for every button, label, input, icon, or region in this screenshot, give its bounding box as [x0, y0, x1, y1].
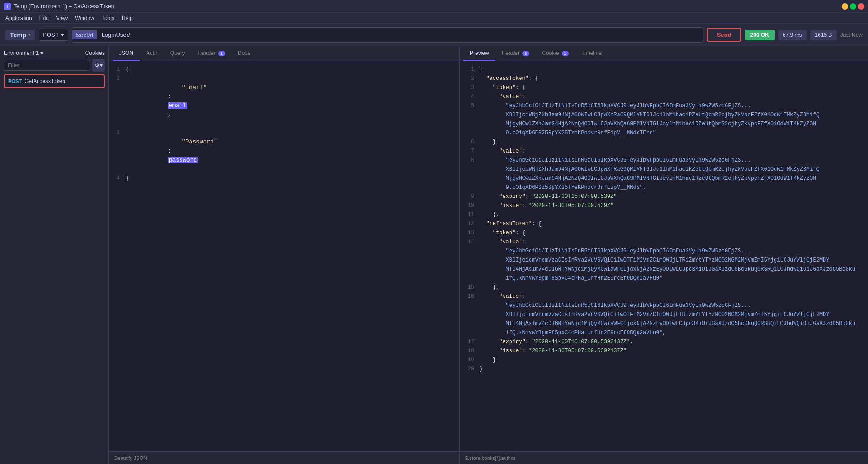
response-line-3: 3 "token": { — [463, 83, 864, 92]
response-line-14d: MTI4MjAsImV4cCI6MTYwNjc1MjQyMCwiaWF0Ijox… — [463, 265, 864, 274]
request-bottom-bar: Beautify JSON — [109, 451, 459, 464]
environment-label: Environment 1 — [4, 50, 39, 56]
response-line-17: 17 "expiry": "2020-11-30T16:07:00.539213… — [463, 337, 864, 346]
response-line-5c: MjgyMCwlZXhJam94NjA2NzQ4ODIwLCJpWXhQaG9P… — [463, 119, 864, 128]
menubar: Application Edit View Window Tools Help — [0, 13, 868, 24]
tab-header[interactable]: Header 1 — [191, 46, 231, 61]
settings-button[interactable]: ⚙ ▾ — [92, 59, 105, 72]
response-line-14e: ifQ.kNnvwY8gmF8SpxC4oPHa_UrfHr2E9rcEf0DQ… — [463, 274, 864, 283]
code-line-4: 4 } — [113, 174, 456, 183]
response-line-8c: MjgyMCwlZXhJam94NjA2NzQ4ODIwLCJpWXhQaG9P… — [463, 174, 864, 183]
response-panel: Preview Header 5 Cookie 1 Timeline 1 { 2… — [460, 46, 868, 464]
menu-window[interactable]: Window — [71, 14, 98, 22]
menu-help[interactable]: Help — [118, 14, 137, 22]
request-name: GetAccessToken — [25, 78, 65, 84]
sidebar-top-row: Environment 1 ▾ Cookies — [4, 50, 105, 56]
response-line-14c: XBlIjoicmVmcmVzaCIsInRva2VuVSWQiOiIwOTFi… — [463, 256, 864, 265]
request-tab-bar: JSON Auth Query Header 1 Docs — [109, 46, 459, 61]
request-editor[interactable]: 1 { 2 "Email" : email , 3 — [109, 61, 459, 451]
response-line-8: 8 "eyJhbGciOiJIUzI1NiIsInR5cCI6IkpXVCJ9.… — [463, 156, 864, 165]
sidebar: Environment 1 ▾ Cookies ⚙ ▾ POST GetAcce… — [0, 46, 109, 464]
code-line-2: 2 "Email" : email , — [113, 74, 456, 128]
maximize-button[interactable]: □ — [850, 3, 856, 10]
request-item-getaccesstoken[interactable]: POST GetAccessToken — [4, 74, 105, 88]
tab-timeline[interactable]: Timeline — [575, 46, 608, 61]
response-tab-bar: Preview Header 5 Cookie 1 Timeline — [460, 46, 868, 61]
response-line-1: 1 { — [463, 65, 864, 74]
url-input[interactable] — [97, 31, 703, 38]
request-method-badge: POST — [8, 79, 22, 84]
response-line-16: 16 "value": — [463, 292, 864, 301]
response-line-14b: "eyJhbGciOiJIUzI1NiIsInR5cCI6IkpXVCJ9.ey… — [463, 247, 864, 256]
response-line-8d: 9.cO1qXD6PSZ5SpYX25TYeKPndvr8rfEipV__MNd… — [463, 183, 864, 192]
menu-edit[interactable]: Edit — [36, 14, 53, 22]
response-line-6: 6 }, — [463, 138, 864, 147]
menu-tools[interactable]: Tools — [98, 14, 118, 22]
code-line-1: 1 { — [113, 65, 456, 74]
response-line-2: 2 "accessToken": { — [463, 74, 864, 83]
window-title: Temp (Environment 1) – GetAccessToken — [14, 3, 839, 10]
method-chevron-icon: ▾ — [61, 31, 64, 38]
response-line-14: 14 "value": — [463, 237, 864, 247]
menu-application[interactable]: Application — [2, 14, 36, 22]
response-line-5: 5 "eyJhbGciOiJIUzI1NiIsInR5cCI6IkpXVCJ9.… — [463, 101, 864, 110]
toolbar: Temp ▾ POST ▾ baseUrl Send 200 OK 67.9 m… — [0, 24, 868, 46]
request-panel: JSON Auth Query Header 1 Docs 1 { 2 "Ema… — [109, 46, 460, 464]
time-badge: 67.9 ms — [778, 30, 807, 40]
method-selector[interactable]: POST ▾ — [39, 29, 68, 41]
response-line-13: 13 "token": { — [463, 228, 864, 237]
response-line-19: 19 } — [463, 355, 864, 365]
response-line-16b: "eyJhbGciOiJIUzI1NiIsInR5cCI6IkpXVCJ9.ey… — [463, 301, 864, 310]
status-badge: 200 OK — [745, 30, 775, 40]
environment-selector[interactable]: Environment 1 ▾ — [4, 50, 43, 56]
url-bar: baseUrl — [72, 27, 703, 43]
response-line-16d: MTI4MjAsImV4cCI6MTYwNjc1MjQyMCwiaWF0Ijox… — [463, 319, 864, 328]
response-line-9: 9 "expiry": "2020-11-30T15:07:00.539Z" — [463, 192, 864, 201]
chevron-down-icon: ▾ — [28, 32, 30, 37]
size-badge: 1616 B — [810, 30, 837, 40]
menu-view[interactable]: View — [52, 14, 71, 22]
window-controls: ─ □ ✕ — [842, 3, 864, 10]
collection-selector[interactable]: Temp ▾ — [5, 30, 35, 40]
response-line-18: 18 "issue": "2020-11-30T05:07:00.5392137… — [463, 346, 864, 355]
tab-docs[interactable]: Docs — [231, 46, 256, 61]
tab-header-response[interactable]: Header 5 — [495, 46, 536, 61]
titlebar: T Temp (Environment 1) – GetAccessToken … — [0, 0, 868, 13]
response-line-16e: ifQ.kNnvwY8gmF8SpxC4oPHa_UrfHr2E9rcEf0DQ… — [463, 328, 864, 337]
close-button[interactable]: ✕ — [858, 3, 864, 10]
response-line-7: 7 "value": — [463, 147, 864, 156]
base-url-tag: baseUrl — [72, 30, 97, 39]
tab-auth[interactable]: Auth — [140, 46, 164, 61]
tab-cookie[interactable]: Cookie 1 — [535, 46, 575, 61]
filter-row: ⚙ ▾ — [4, 59, 105, 72]
response-line-16c: XBlIjoicmVmcmVzaCIsInRva2VuVSWQiOiIwOTFi… — [463, 310, 864, 319]
response-line-11: 11 }, — [463, 210, 864, 219]
response-line-8b: XBlIjoiWNjZXhJam94NjA0OWIwLCJpWXhRaG9QMl… — [463, 165, 864, 174]
tab-json[interactable]: JSON — [113, 46, 140, 61]
beautify-json-label[interactable]: Beautify JSON — [114, 455, 147, 461]
response-line-5d: 9.cO1qXD6PSZ5SpYX25TYeKPndvr8rfEipV__MNd… — [463, 128, 864, 138]
response-line-12: 12 "refreshToken": { — [463, 219, 864, 228]
minimize-button[interactable]: ─ — [842, 3, 848, 10]
tab-preview[interactable]: Preview — [463, 46, 495, 61]
timestamp: Just Now — [840, 32, 863, 38]
filter-input[interactable] — [4, 60, 90, 71]
response-line-4: 4 "value": — [463, 92, 864, 101]
send-button[interactable]: Send — [707, 28, 741, 42]
app-icon: T — [4, 3, 11, 10]
chevron-down-icon: ▾ — [100, 62, 103, 69]
response-line-15: 15 }, — [463, 283, 864, 292]
response-bottom-bar: $.store.books[*].author — [460, 451, 868, 464]
tab-query[interactable]: Query — [164, 46, 191, 61]
method-label: POST — [43, 31, 59, 38]
cookies-link[interactable]: Cookies — [85, 50, 105, 56]
collection-name: Temp — [10, 31, 26, 39]
response-line-10: 10 "issue": "2020-11-30T05:07:00.539Z" — [463, 201, 864, 210]
jsonpath-label[interactable]: $.store.books[*].author — [465, 455, 515, 461]
gear-icon: ⚙ — [95, 62, 100, 69]
response-editor[interactable]: 1 { 2 "accessToken": { 3 "token": { 4 "v… — [460, 61, 868, 451]
response-line-20: 20 } — [463, 365, 864, 374]
chevron-down-icon: ▾ — [40, 50, 43, 56]
app-container: Temp ▾ POST ▾ baseUrl Send 200 OK 67.9 m… — [0, 24, 868, 464]
response-line-5b: XBlIjoiWNjZXhJam94NjA0OWIwLCJpWXhRaG9QMl… — [463, 110, 864, 119]
